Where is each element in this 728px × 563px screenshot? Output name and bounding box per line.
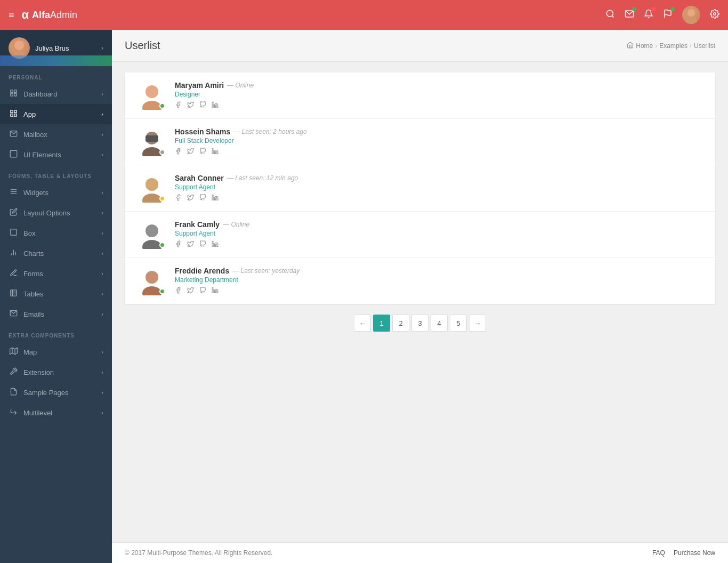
social-f-icon[interactable] — [175, 240, 182, 249]
profile-bg-decoration — [0, 55, 112, 66]
hamburger-icon[interactable]: ≡ — [9, 10, 14, 21]
sidebar-item-app[interactable]: App › — [0, 104, 112, 124]
search-icon[interactable] — [605, 9, 615, 21]
svg-rect-36 — [212, 104, 213, 108]
status-dot-3 — [159, 196, 165, 202]
sidebar-item-sample-pages[interactable]: Sample Pages › — [0, 382, 112, 403]
footer: © 2017 Multi-Purpose Themes. All Rights … — [112, 542, 728, 563]
sidebar-chevron-layout-options: › — [101, 210, 103, 216]
social-t-icon[interactable] — [187, 101, 194, 110]
svg-rect-53 — [212, 289, 213, 293]
page-btn-1[interactable]: 1 — [373, 315, 390, 332]
footer-purchase-link[interactable]: Purchase Now — [674, 549, 715, 557]
social-f-icon[interactable] — [175, 101, 182, 110]
sidebar-item-layout-options[interactable]: Layout Options › — [0, 203, 112, 223]
charts-icon — [9, 248, 18, 258]
social-g-icon[interactable] — [199, 287, 206, 295]
social-in-icon[interactable] — [212, 287, 219, 295]
sidebar-section-label: PERSONAL — [0, 66, 112, 84]
sidebar-item-box[interactable]: Box › — [0, 223, 112, 243]
sidebar-item-multilevel[interactable]: Multilevel › — [0, 403, 112, 423]
social-g-icon[interactable] — [199, 194, 206, 203]
user-status-4: — Online — [223, 221, 249, 228]
page-btn-4[interactable]: 4 — [431, 315, 448, 332]
social-t-icon[interactable] — [187, 287, 194, 295]
user-row: Sarah Conner — Last seen: 12 min ago Sup… — [125, 165, 715, 212]
sidebar: Juliya Brus › PERSONAL Dashboard › App ›… — [0, 30, 112, 563]
social-g-icon[interactable] — [199, 148, 206, 156]
sidebar-item-charts[interactable]: Charts › — [0, 243, 112, 263]
social-f-icon[interactable] — [175, 194, 182, 203]
user-row: Maryam Amiri — Online Designer — [125, 73, 715, 119]
social-t-icon[interactable] — [187, 194, 194, 203]
social-g-icon[interactable] — [199, 101, 206, 110]
sidebar-item-forms[interactable]: Forms › — [0, 263, 112, 284]
page-btn-5[interactable]: 5 — [450, 315, 467, 332]
emails-icon — [9, 309, 18, 319]
social-in-icon[interactable] — [212, 194, 219, 203]
sidebar-item-label-box: Box — [23, 229, 35, 237]
bell-icon[interactable] — [644, 9, 653, 21]
flag-icon[interactable] — [663, 9, 673, 21]
sidebar-chevron-extension: › — [101, 369, 103, 375]
svg-rect-45 — [212, 197, 213, 200]
social-in-icon[interactable] — [212, 148, 219, 156]
sidebar-item-mailbox[interactable]: Mailbox › — [0, 124, 112, 144]
user-avatar-4 — [137, 220, 166, 249]
footer-faq-link[interactable]: FAQ — [652, 549, 665, 557]
sidebar-item-extension[interactable]: Extension › — [0, 362, 112, 382]
svg-point-50 — [212, 241, 213, 242]
user-info-5: Freddie Arends — Last seen: yesterday Ma… — [175, 267, 702, 295]
pagination-next[interactable]: → — [469, 315, 486, 332]
user-socials-1 — [175, 101, 702, 110]
svg-point-42 — [212, 148, 213, 149]
user-row: Hossein Shams — Last seen: 2 hours ago F… — [125, 119, 715, 165]
brand-symbol: α — [22, 8, 29, 22]
sidebar-chevron-box: › — [101, 230, 103, 236]
user-socials-4 — [175, 240, 702, 249]
sidebar-item-map[interactable]: Map › — [0, 342, 112, 362]
user-role-4: Support Agent — [175, 230, 702, 237]
sidebar-item-label-extension: Extension — [23, 368, 54, 376]
user-profile[interactable]: Juliya Brus › — [0, 30, 112, 66]
svg-rect-11 — [10, 94, 12, 96]
pagination-prev[interactable]: ← — [354, 315, 371, 332]
user-role-1: Designer — [175, 91, 702, 98]
social-t-icon[interactable] — [187, 240, 194, 249]
home-icon — [627, 42, 634, 50]
sidebar-item-tables[interactable]: Tables › — [0, 284, 112, 304]
sidebar-user-chevron: › — [101, 44, 103, 52]
sidebar-item-left-mailbox: Mailbox — [9, 130, 47, 139]
svg-rect-49 — [212, 243, 213, 247]
social-in-icon[interactable] — [212, 101, 219, 110]
social-g-icon[interactable] — [199, 240, 206, 249]
layout: Juliya Brus › PERSONAL Dashboard › App ›… — [0, 30, 728, 563]
page-btn-3[interactable]: 3 — [411, 315, 428, 332]
user-info-3: Sarah Conner — Last seen: 12 min ago Sup… — [175, 174, 702, 203]
social-f-icon[interactable] — [175, 148, 182, 156]
user-avatar-5 — [137, 267, 166, 295]
breadcrumb-examples[interactable]: Examples — [659, 42, 687, 50]
sidebar-item-widgets[interactable]: Widgets › — [0, 182, 112, 203]
flag-badge — [670, 7, 675, 11]
sidebar-item-dashboard[interactable]: Dashboard › — [0, 84, 112, 104]
sidebar-item-emails[interactable]: Emails › — [0, 304, 112, 324]
mail-icon[interactable] — [625, 9, 634, 21]
dashboard-icon — [9, 89, 18, 99]
sidebar-item-ui-elements[interactable]: UI Elements › — [0, 144, 112, 165]
social-in-icon[interactable] — [212, 240, 219, 249]
sidebar-chevron-dashboard: › — [101, 91, 103, 97]
settings-icon[interactable] — [710, 9, 719, 21]
topnav-right — [605, 6, 719, 24]
pagination: ← 12345 → — [354, 315, 486, 332]
social-t-icon[interactable] — [187, 148, 194, 156]
user-avatar-3 — [137, 174, 166, 203]
page-btn-2[interactable]: 2 — [392, 315, 409, 332]
user-row: Freddie Arends — Last seen: yesterday Ma… — [125, 258, 715, 304]
social-f-icon[interactable] — [175, 287, 182, 295]
breadcrumb-home[interactable]: Home — [636, 42, 653, 50]
sidebar-item-label-ui-elements: UI Elements — [23, 151, 61, 159]
page-buttons: 12345 — [373, 315, 467, 332]
user-avatar-topnav[interactable] — [682, 6, 700, 24]
map-icon — [9, 347, 18, 357]
